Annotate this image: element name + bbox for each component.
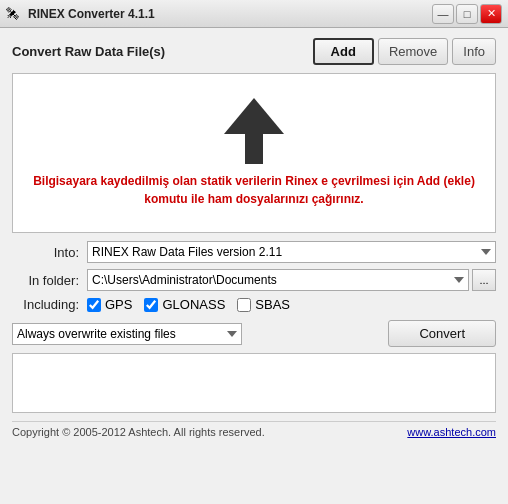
including-label: Including: [12, 297, 87, 312]
including-row: Including: GPS GLONASS SBAS [12, 297, 496, 312]
glonass-checkbox-item[interactable]: GLONASS [144, 297, 225, 312]
glonass-label: GLONASS [162, 297, 225, 312]
drop-zone[interactable]: Bilgisayara kaydedilmiş olan statik veri… [12, 73, 496, 233]
section-title: Convert Raw Data File(s) [12, 44, 313, 59]
footer-link[interactable]: www.ashtech.com [407, 426, 496, 438]
gps-checkbox-item[interactable]: GPS [87, 297, 132, 312]
into-row: Into: RINEX Raw Data Files version 2.11 [12, 241, 496, 263]
into-label: Into: [12, 245, 87, 260]
convert-button[interactable]: Convert [388, 320, 496, 347]
app-icon: 🛰 [6, 6, 22, 22]
gps-checkbox[interactable] [87, 298, 101, 312]
action-row: Always overwrite existing files Convert [12, 320, 496, 347]
window-title: RINEX Converter 4.1.1 [28, 7, 155, 21]
minimize-button[interactable]: — [432, 4, 454, 24]
footer: Copyright © 2005-2012 Ashtech. All right… [12, 421, 496, 442]
sbas-checkbox-item[interactable]: SBAS [237, 297, 290, 312]
drop-zone-text: Bilgisayara kaydedilmiş olan statik veri… [13, 172, 495, 208]
sbas-checkbox[interactable] [237, 298, 251, 312]
remove-button[interactable]: Remove [378, 38, 448, 65]
title-bar: 🛰 RINEX Converter 4.1.1 — □ ✕ [0, 0, 508, 28]
overwrite-select[interactable]: Always overwrite existing files [12, 323, 242, 345]
footer-copyright: Copyright © 2005-2012 Ashtech. All right… [12, 426, 265, 438]
top-buttons: Add Remove Info [313, 38, 496, 65]
browse-button[interactable]: ... [472, 269, 496, 291]
sbas-label: SBAS [255, 297, 290, 312]
upload-arrow-icon [224, 98, 284, 164]
drop-zone-content: Bilgisayara kaydedilmiş olan statik veri… [13, 98, 495, 208]
folder-label: In folder: [12, 273, 87, 288]
into-select[interactable]: RINEX Raw Data Files version 2.11 [87, 241, 496, 263]
maximize-button[interactable]: □ [456, 4, 478, 24]
window-controls: — □ ✕ [432, 4, 502, 24]
folder-row: In folder: C:\Users\Administrator\Docume… [12, 269, 496, 291]
output-area [12, 353, 496, 413]
check-group: GPS GLONASS SBAS [87, 297, 290, 312]
gps-label: GPS [105, 297, 132, 312]
window-content: Convert Raw Data File(s) Add Remove Info… [0, 28, 508, 452]
folder-input-group: C:\Users\Administrator\Documents ... [87, 269, 496, 291]
top-row: Convert Raw Data File(s) Add Remove Info [12, 38, 496, 65]
close-button[interactable]: ✕ [480, 4, 502, 24]
add-button[interactable]: Add [313, 38, 374, 65]
info-button[interactable]: Info [452, 38, 496, 65]
glonass-checkbox[interactable] [144, 298, 158, 312]
folder-select[interactable]: C:\Users\Administrator\Documents [87, 269, 469, 291]
